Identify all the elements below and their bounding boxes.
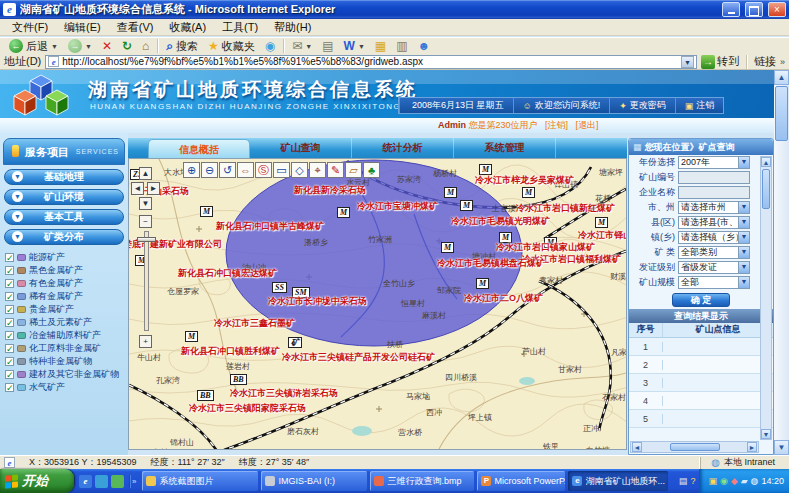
layer-item[interactable]: 特种非金属矿物 bbox=[0, 355, 128, 368]
layer-item[interactable]: 化工原料非金属矿 bbox=[0, 342, 128, 355]
chevron-right-icon[interactable]: » bbox=[130, 477, 138, 486]
layer-item[interactable]: 有色金属矿产 bbox=[0, 277, 128, 290]
layer-item[interactable]: 水气矿产 bbox=[0, 381, 128, 394]
layer-item[interactable]: 冶金辅助原料矿产 bbox=[0, 329, 128, 342]
draw-icon[interactable]: ✎ bbox=[327, 162, 344, 178]
dropdown-arrow-icon[interactable] bbox=[738, 262, 749, 273]
mine-marker[interactable]: M bbox=[444, 187, 457, 198]
quick-launch-icon[interactable] bbox=[95, 475, 108, 488]
layer-checkbox[interactable] bbox=[5, 344, 14, 353]
chevron-right-icon[interactable]: » bbox=[780, 57, 785, 67]
scroll-up-icon[interactable]: ▲ bbox=[761, 157, 771, 167]
mine-marker[interactable]: M bbox=[522, 187, 535, 198]
layer-checkbox[interactable] bbox=[5, 383, 14, 392]
scroll-down-icon[interactable]: ▼ bbox=[761, 429, 771, 439]
history-button[interactable]: ▥ bbox=[391, 38, 412, 54]
pan-down-icon[interactable] bbox=[139, 197, 152, 210]
mine-marker[interactable]: M bbox=[476, 278, 489, 289]
layer-tree-icon[interactable]: ♣ bbox=[363, 162, 380, 178]
banner-nav-item[interactable]: ☺ 欢迎您访问系统! bbox=[513, 98, 610, 113]
table-row[interactable]: 1 bbox=[629, 338, 773, 356]
layer-item[interactable]: 稀有金属矿产 bbox=[0, 290, 128, 303]
sidebar-menu-button[interactable]: 基本工具 bbox=[4, 209, 124, 225]
module-tab[interactable]: 信息概括 bbox=[148, 139, 250, 158]
links-label[interactable]: 链接 bbox=[754, 54, 776, 69]
quick-launch-icon[interactable]: e bbox=[79, 475, 92, 488]
refresh-icon[interactable]: ↺ bbox=[219, 162, 236, 178]
layer-checkbox[interactable] bbox=[5, 305, 14, 314]
mine-marker[interactable]: SS bbox=[272, 282, 287, 293]
media-button[interactable]: ◉ bbox=[260, 38, 280, 54]
module-tab[interactable]: 矿山查询 bbox=[250, 138, 352, 158]
select-poly-icon[interactable]: ◇ bbox=[291, 162, 308, 178]
measure-icon[interactable]: ⇔ bbox=[237, 162, 254, 178]
layer-checkbox[interactable] bbox=[5, 266, 14, 275]
address-input[interactable]: e http://localhost/%e7%9f%bf%e5%b1%b1%e5… bbox=[45, 55, 697, 69]
map-canvas[interactable]: 大水坪苏家湾杨桥村塘家坪上官溪铎山镇花桥水云村潘桥乡竹家洲油山冲仓屋罗家恒星村麻… bbox=[128, 158, 627, 450]
tray-icon[interactable]: ◍ bbox=[751, 476, 759, 486]
folder-button[interactable]: ▦ bbox=[370, 38, 391, 54]
print-button[interactable]: ▤ bbox=[317, 38, 338, 54]
banner-nav-item[interactable]: ▣ 注销 bbox=[675, 98, 724, 113]
menu-item[interactable]: 收藏(A) bbox=[161, 20, 214, 35]
minimize-button[interactable] bbox=[722, 2, 740, 17]
mine-marker[interactable]: M bbox=[441, 242, 454, 253]
dropdown-arrow-icon[interactable] bbox=[738, 247, 749, 258]
scroll-up-icon[interactable]: ▲ bbox=[774, 70, 789, 85]
refresh-button[interactable]: ↻ bbox=[117, 38, 137, 54]
zoom-plus-icon[interactable] bbox=[139, 335, 152, 348]
table-row[interactable]: 2 bbox=[629, 356, 773, 374]
taskbar-task[interactable]: 系统截图图片 bbox=[142, 471, 258, 491]
layer-item[interactable]: 贵金属矿产 bbox=[0, 303, 128, 316]
mine-marker[interactable]: M bbox=[337, 207, 350, 218]
mine-marker[interactable]: M bbox=[499, 232, 512, 243]
field-control[interactable]: 全部类别 bbox=[678, 246, 750, 259]
zoom-minus-icon[interactable] bbox=[139, 215, 152, 228]
tray-icon[interactable]: ◆ bbox=[731, 476, 738, 486]
home-button[interactable]: ⌂ bbox=[137, 38, 154, 54]
sidebar-menu-button[interactable]: 矿山环境 bbox=[4, 189, 124, 205]
module-tab[interactable]: 统计分析 bbox=[352, 138, 454, 158]
pan-left-icon[interactable] bbox=[131, 182, 144, 195]
scroll-down-icon[interactable]: ▼ bbox=[774, 440, 789, 455]
quick-launch-icon[interactable] bbox=[111, 475, 124, 488]
tray-icon[interactable]: ▰ bbox=[741, 476, 748, 486]
mine-marker[interactable]: M bbox=[595, 217, 608, 228]
mine-marker[interactable]: M bbox=[544, 237, 557, 248]
dropdown-arrow-icon[interactable] bbox=[738, 217, 749, 228]
pan-right-icon[interactable] bbox=[147, 182, 160, 195]
dropdown-arrow-icon[interactable] bbox=[738, 157, 749, 168]
mine-marker[interactable]: M bbox=[185, 331, 198, 342]
zoom-slider-handle[interactable] bbox=[137, 237, 156, 242]
eraser-icon[interactable]: ▱ bbox=[345, 162, 362, 178]
panel-hscrollbar[interactable]: ◄ ► bbox=[630, 441, 759, 453]
table-row[interactable]: 5 bbox=[629, 410, 773, 428]
search-button[interactable]: ⌕搜索 bbox=[161, 38, 203, 54]
taskbar-task[interactable]: 三维行政查询.bmp bbox=[370, 471, 474, 491]
module-tab[interactable]: 系统管理 bbox=[454, 138, 556, 158]
zoom-in-icon[interactable]: ⊕ bbox=[183, 162, 200, 178]
tray-icon[interactable]: ▣ bbox=[708, 476, 717, 486]
dropdown-arrow-icon[interactable] bbox=[738, 232, 749, 243]
layer-item[interactable]: 稀土及元素矿产 bbox=[0, 316, 128, 329]
layer-checkbox[interactable] bbox=[5, 253, 14, 262]
layer-checkbox[interactable] bbox=[5, 370, 14, 379]
banner-nav-item[interactable]: 2008年6月13日 星期五 bbox=[399, 98, 513, 113]
tray-icon[interactable]: ? bbox=[690, 476, 695, 486]
scroll-thumb[interactable] bbox=[762, 169, 770, 209]
layer-item[interactable]: 建材及其它非金属矿物 bbox=[0, 368, 128, 381]
zoom-slider-track[interactable] bbox=[144, 231, 149, 331]
tray-icon[interactable]: ▤ bbox=[679, 476, 688, 486]
address-dropdown-icon[interactable]: ▼ bbox=[681, 56, 694, 68]
sidebar-menu-button[interactable]: 矿类分布 bbox=[4, 229, 124, 245]
mine-marker[interactable]: M bbox=[200, 206, 213, 217]
panel-vscrollbar[interactable]: ▲ ▼ bbox=[760, 156, 772, 440]
layer-item[interactable]: 黑色金属矿产 bbox=[0, 264, 128, 277]
select-rect-icon[interactable]: ▭ bbox=[273, 162, 290, 178]
layer-checkbox[interactable] bbox=[5, 279, 14, 288]
dropdown-arrow-icon[interactable] bbox=[738, 277, 749, 288]
field-control[interactable] bbox=[678, 171, 750, 184]
field-control[interactable]: 2007年 bbox=[678, 156, 750, 169]
sidebar-menu-button[interactable]: 基础地理 bbox=[4, 169, 124, 185]
zoom-rect-icon[interactable]: ⌖ bbox=[309, 162, 326, 178]
